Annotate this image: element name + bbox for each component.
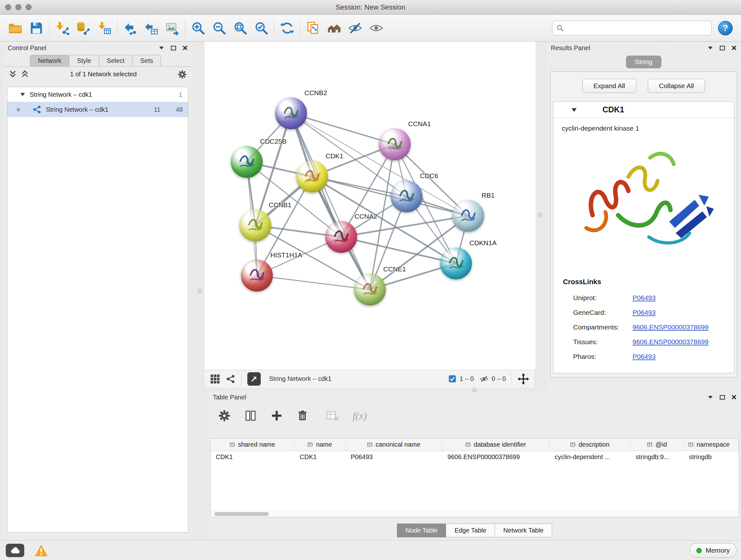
network-row-selected[interactable]: String Network – cdk1 11 48 bbox=[7, 102, 188, 117]
float-panel-icon[interactable] bbox=[171, 46, 176, 51]
selected-checkbox-icon[interactable] bbox=[448, 375, 456, 383]
column-header-canonical-name[interactable]: canonical name bbox=[346, 438, 442, 451]
crosslink-value-pharos-[interactable]: P06493 bbox=[632, 353, 656, 361]
network-edge-ccnb2-ccne1[interactable] bbox=[291, 113, 370, 290]
memory-button[interactable]: Memory bbox=[690, 543, 737, 558]
expand-all-icon[interactable] bbox=[20, 70, 29, 79]
left-splitter-handle[interactable] bbox=[198, 289, 202, 293]
bottom-splitter-handle[interactable] bbox=[472, 388, 476, 392]
network-collection-row[interactable]: String Network – cdk1 1 bbox=[7, 87, 188, 102]
close-panel-icon[interactable] bbox=[731, 395, 737, 400]
collapse-section-icon[interactable] bbox=[571, 108, 577, 112]
network-edge-cdk1-rb1[interactable] bbox=[312, 177, 468, 216]
right-splitter-handle[interactable] bbox=[538, 212, 542, 217]
tab-select[interactable]: Select bbox=[99, 55, 133, 66]
table-cell-database-identifier[interactable]: 9606.ENSP00000378699 bbox=[442, 451, 549, 464]
crosslink-value-uniprot-[interactable]: P06493 bbox=[632, 294, 656, 302]
export-table-button[interactable] bbox=[142, 18, 160, 38]
table-cell-description[interactable]: cyclin-dependent ... bbox=[549, 451, 630, 464]
tab-sets[interactable]: Sets bbox=[132, 55, 161, 66]
crosslink-value-tissues-[interactable]: 9606.ENSP00000378699 bbox=[632, 338, 709, 346]
column-header-description[interactable]: description bbox=[549, 438, 630, 451]
panel-menu-icon[interactable] bbox=[708, 46, 713, 50]
network-options-gear-icon[interactable] bbox=[178, 70, 187, 79]
network-node-ccne1[interactable] bbox=[354, 273, 386, 306]
table-cell--id[interactable]: stringdb:9... bbox=[630, 451, 684, 464]
apply-layout-button[interactable] bbox=[278, 18, 296, 38]
export-network-button[interactable] bbox=[121, 18, 139, 38]
show-columns-icon[interactable] bbox=[244, 409, 257, 422]
tab-network-table[interactable]: Network Table bbox=[495, 523, 552, 537]
float-panel-icon[interactable] bbox=[720, 395, 725, 400]
column-header-database-identifier[interactable]: database identifier bbox=[442, 438, 549, 451]
zoom-out-button[interactable] bbox=[210, 18, 228, 38]
network-node-cdc25b[interactable] bbox=[231, 146, 263, 178]
expand-all-button[interactable]: Expand All bbox=[583, 79, 636, 93]
panel-menu-icon[interactable] bbox=[158, 46, 164, 50]
network-node-ccnb2[interactable] bbox=[275, 98, 307, 129]
network-edge-ccna2-cdkn1a[interactable] bbox=[341, 237, 456, 263]
gene-card-header[interactable]: CDK1 bbox=[553, 102, 734, 118]
crosslink-value-genecard-[interactable]: P06493 bbox=[632, 309, 656, 316]
save-session-button[interactable] bbox=[27, 18, 45, 38]
crosslink-value-compartments-[interactable]: 9606.ENSP00000378699 bbox=[632, 323, 709, 331]
network-edge-ccne1-hist1h1a[interactable] bbox=[257, 275, 370, 290]
birds-eye-view-button[interactable] bbox=[325, 18, 343, 38]
pan-crosshair-icon[interactable] bbox=[518, 373, 529, 385]
network-node-cdc6[interactable] bbox=[391, 180, 422, 212]
export-image-button[interactable] bbox=[163, 18, 181, 38]
close-panel-icon[interactable] bbox=[731, 45, 737, 51]
column-header--id[interactable]: @id bbox=[630, 438, 684, 451]
network-node-ccnb1[interactable] bbox=[239, 209, 271, 241]
column-header-namespace[interactable]: namespace bbox=[684, 438, 739, 451]
network-node-rb1[interactable] bbox=[452, 200, 484, 232]
network-node-ccna2[interactable] bbox=[325, 221, 357, 253]
network-glyph-icon[interactable] bbox=[226, 374, 235, 384]
network-node-ccna1[interactable] bbox=[379, 128, 411, 160]
column-header-shared-name[interactable]: shared name bbox=[211, 438, 294, 451]
help-button[interactable]: ? bbox=[718, 21, 733, 36]
collapse-all-icon[interactable] bbox=[8, 70, 17, 79]
tab-edge-table[interactable]: Edge Table bbox=[446, 523, 495, 537]
table-horizontal-scrollbar[interactable] bbox=[211, 510, 739, 517]
collapse-all-button[interactable]: Collapse All bbox=[648, 79, 705, 93]
add-column-icon[interactable] bbox=[270, 409, 283, 422]
show-graphics-details-button[interactable] bbox=[367, 18, 385, 38]
float-panel-icon[interactable] bbox=[720, 46, 725, 51]
zoom-fit-button[interactable] bbox=[231, 18, 249, 38]
network-node-cdkn1a[interactable] bbox=[440, 247, 472, 279]
network-snapshot-button[interactable] bbox=[304, 18, 322, 38]
warnings-button[interactable] bbox=[33, 543, 49, 558]
tab-network[interactable]: Network bbox=[30, 55, 69, 66]
scrollbar-thumb[interactable] bbox=[214, 512, 269, 516]
open-external-button[interactable] bbox=[247, 372, 261, 386]
search-field[interactable] bbox=[552, 21, 712, 36]
import-table-button[interactable] bbox=[95, 18, 113, 38]
tab-string[interactable]: String bbox=[626, 56, 662, 68]
tab-style[interactable]: Style bbox=[69, 55, 99, 66]
table-cell-canonical-name[interactable]: P06493 bbox=[346, 451, 442, 464]
column-header-name[interactable]: name bbox=[294, 438, 346, 451]
network-node-hist1h1a[interactable] bbox=[241, 260, 273, 292]
cloud-button[interactable] bbox=[6, 544, 24, 557]
import-network-database-button[interactable] bbox=[74, 18, 92, 38]
hidden-eye-icon[interactable] bbox=[480, 374, 488, 383]
delete-column-icon[interactable] bbox=[296, 409, 309, 422]
network-node-cdk1[interactable] bbox=[296, 161, 328, 192]
tab-node-table[interactable]: Node Table bbox=[397, 523, 447, 537]
panel-menu-icon[interactable] bbox=[708, 395, 713, 399]
table-cell-shared-name[interactable]: CDK1 bbox=[211, 451, 294, 464]
zoom-in-button[interactable] bbox=[189, 18, 207, 38]
import-network-file-button[interactable] bbox=[53, 18, 71, 38]
table-cell-namespace[interactable]: stringdb bbox=[684, 451, 739, 464]
grid-view-icon[interactable] bbox=[210, 374, 220, 384]
hide-graphics-details-button[interactable] bbox=[346, 18, 364, 38]
table-options-gear-icon[interactable] bbox=[218, 409, 231, 422]
close-panel-icon[interactable] bbox=[183, 45, 188, 51]
table-cell-name[interactable]: CDK1 bbox=[294, 451, 346, 464]
network-canvas[interactable]: CCNB2CCNA1CDC25BCDK1CDC6RB1CCNB1CCNA2CDK… bbox=[204, 42, 536, 370]
tree-expand-icon[interactable] bbox=[20, 92, 25, 97]
open-session-button[interactable] bbox=[6, 18, 24, 38]
zoom-selected-button[interactable] bbox=[253, 18, 270, 38]
search-input[interactable] bbox=[566, 24, 708, 32]
